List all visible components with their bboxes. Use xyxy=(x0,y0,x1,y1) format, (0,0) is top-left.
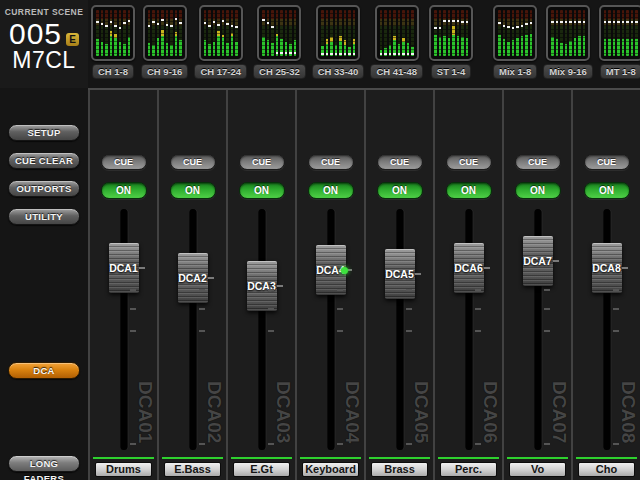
meter-bar xyxy=(294,10,297,56)
meter-bank-label: Mix 9-16 xyxy=(543,64,593,79)
fader-cap-notch xyxy=(622,267,628,269)
meter-bar xyxy=(439,10,442,56)
meter-bank-ch-17-24[interactable]: CH 17-24 xyxy=(194,5,247,79)
meter-block xyxy=(257,5,301,61)
meter-bar xyxy=(271,10,274,56)
meter-bar xyxy=(339,10,342,56)
cue-button[interactable]: CUE xyxy=(515,154,561,170)
channel-on-button[interactable]: ON xyxy=(101,182,147,199)
meter-bank-ch-33-40[interactable]: CH 33-40 xyxy=(312,5,365,79)
fader-scale-tick xyxy=(475,289,481,291)
meter-bar xyxy=(389,10,392,56)
meter-bar xyxy=(213,10,216,56)
channel-color-bar xyxy=(369,457,430,459)
fader-rail: DCA1 xyxy=(90,209,157,400)
meter-bar xyxy=(321,10,324,56)
cue-button[interactable]: CUE xyxy=(170,154,216,170)
meter-bar xyxy=(411,10,414,56)
fader-cap[interactable]: DCA1 xyxy=(109,243,139,293)
sidebar-button-cue-clear[interactable]: CUE CLEAR xyxy=(8,152,80,169)
cue-button[interactable]: CUE xyxy=(377,154,423,170)
meter-bridge-header: CURRENT SCENE 005 E M7CL CH 1-8 CH 9-16 … xyxy=(0,0,640,88)
channel-on-button[interactable]: ON xyxy=(377,182,423,199)
meter-bar xyxy=(231,10,234,56)
meter-bar xyxy=(208,10,211,56)
meter-bar xyxy=(204,10,207,56)
fader-strip-dca03: CUE ON DCA3 DCA03 E.Gt xyxy=(226,90,295,480)
meter-bar xyxy=(157,10,160,56)
fader-scale-tick xyxy=(199,330,205,332)
fader-cap-notch xyxy=(553,260,559,262)
meter-bar xyxy=(96,10,99,56)
meter-bar xyxy=(393,10,396,56)
meter-bar xyxy=(119,10,122,56)
meter-block xyxy=(429,5,473,61)
meter-bar xyxy=(617,10,620,56)
meter-bar xyxy=(457,10,460,56)
meter-bar xyxy=(556,10,559,56)
sidebar-button-outports[interactable]: OUTPORTS xyxy=(8,180,80,197)
meter-bar xyxy=(152,10,155,56)
meter-bank-st-1-4[interactable]: ST 1-4 xyxy=(429,5,473,79)
meter-bar xyxy=(179,10,182,56)
fader-strip-dca02: CUE ON DCA2 DCA02 E.Bass xyxy=(157,90,226,480)
cue-button[interactable]: CUE xyxy=(584,154,630,170)
meter-bar xyxy=(398,10,401,56)
fader-cap[interactable]: DCA6 xyxy=(454,243,484,293)
meter-bank-mix-9-16[interactable]: Mix 9-16 xyxy=(543,5,593,79)
channel-on-button[interactable]: ON xyxy=(170,182,216,199)
sidebar-button-utility[interactable]: UTILITY xyxy=(8,208,80,225)
dca-bank-button[interactable]: DCA xyxy=(8,362,80,379)
meter-bar xyxy=(217,10,220,56)
meter-block xyxy=(493,5,537,61)
fader-rail: DCA6 xyxy=(435,209,502,400)
channel-on-button[interactable]: ON xyxy=(515,182,561,199)
fader-scale-tick xyxy=(544,330,550,332)
meter-bank-label: CH 41-48 xyxy=(370,64,423,79)
meter-bar xyxy=(226,10,229,56)
meter-bar xyxy=(353,10,356,56)
scene-panel: CURRENT SCENE 005 E M7CL xyxy=(0,0,88,88)
meter-bar xyxy=(101,10,104,56)
meter-bar xyxy=(560,10,563,56)
meter-bridge: CH 1-8 CH 9-16 CH 17-24 CH 25-32 CH 33-4… xyxy=(88,0,640,88)
fader-cap[interactable]: DCA5 xyxy=(385,249,415,299)
channel-name-label: Perc. xyxy=(440,462,497,477)
cue-button[interactable]: CUE xyxy=(239,154,285,170)
meter-bar xyxy=(521,10,524,56)
fader-cap-label: DCA7 xyxy=(523,255,553,267)
fader-cap[interactable]: DCA2 xyxy=(178,253,208,303)
channel-on-button[interactable]: ON xyxy=(446,182,492,199)
channel-id-vertical-label: DCA08 xyxy=(617,381,639,453)
meter-bar xyxy=(166,10,169,56)
cue-button[interactable]: CUE xyxy=(308,154,354,170)
channel-on-button[interactable]: ON xyxy=(239,182,285,199)
sidebar-button-setup[interactable]: SETUP xyxy=(8,124,80,141)
cue-active-dot xyxy=(341,267,348,274)
meter-bar xyxy=(583,10,586,56)
channel-id-vertical-label: DCA07 xyxy=(548,381,570,453)
meter-bar xyxy=(631,10,634,56)
meter-bank-mt-1-8[interactable]: MT 1-8 xyxy=(599,5,640,79)
meter-bank-ch-25-32[interactable]: CH 25-32 xyxy=(253,5,306,79)
long-faders-button[interactable]: LONG FADERS xyxy=(8,455,80,472)
fader-cap[interactable]: DCA7 xyxy=(523,236,553,286)
fader-rail: DCA5 xyxy=(366,209,433,400)
cue-button[interactable]: CUE xyxy=(101,154,147,170)
meter-bank-mix-1-8[interactable]: Mix 1-8 xyxy=(493,5,537,79)
meter-bar xyxy=(148,10,151,56)
channel-on-button[interactable]: ON xyxy=(308,182,354,199)
meter-bank-ch-9-16[interactable]: CH 9-16 xyxy=(141,5,188,79)
meter-bank-ch-1-8[interactable]: CH 1-8 xyxy=(91,5,135,79)
fader-rail: DCA2 xyxy=(159,209,226,400)
fader-strip-dca05: CUE ON DCA5 DCA05 Brass xyxy=(364,90,433,480)
meter-block xyxy=(546,5,590,61)
meter-bar xyxy=(626,10,629,56)
meter-bar xyxy=(262,10,265,56)
meter-bank-ch-41-48[interactable]: CH 41-48 xyxy=(370,5,423,79)
fader-cap[interactable]: DCA8 xyxy=(592,243,622,293)
meter-bar xyxy=(114,10,117,56)
cue-button[interactable]: CUE xyxy=(446,154,492,170)
fader-cap[interactable]: DCA3 xyxy=(247,261,277,311)
channel-on-button[interactable]: ON xyxy=(584,182,630,199)
